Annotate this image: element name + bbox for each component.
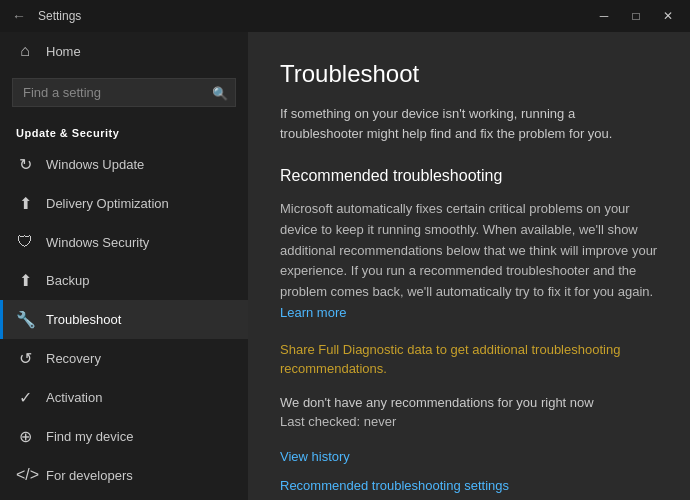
sidebar-item-home[interactable]: ⌂ Home <box>0 32 248 70</box>
windows-update-icon: ↻ <box>16 155 34 174</box>
sidebar-item-windows-security-label: Windows Security <box>46 235 149 250</box>
sidebar-item-windows-update-label: Windows Update <box>46 157 144 172</box>
recovery-icon: ↺ <box>16 349 34 368</box>
titlebar-title: Settings <box>38 9 81 23</box>
sidebar-item-activation-label: Activation <box>46 390 102 405</box>
delivery-optimization-icon: ⬆ <box>16 194 34 213</box>
search-box: 🔍 <box>12 78 236 107</box>
view-history-link[interactable]: View history <box>280 449 658 464</box>
recommended-settings-link[interactable]: Recommended troubleshooting settings <box>280 478 658 493</box>
sidebar-item-for-developers-label: For developers <box>46 468 133 483</box>
windows-security-icon: 🛡 <box>16 233 34 251</box>
sidebar-item-recovery[interactable]: ↺ Recovery <box>0 339 248 378</box>
sidebar-item-backup-label: Backup <box>46 273 89 288</box>
last-checked-text: Last checked: never <box>280 414 658 429</box>
backup-icon: ⬆ <box>16 271 34 290</box>
sidebar-item-for-developers[interactable]: </> For developers <box>0 456 248 494</box>
sidebar-item-recovery-label: Recovery <box>46 351 101 366</box>
window-controls: ─ □ ✕ <box>590 2 682 30</box>
back-button[interactable]: ← <box>8 4 30 28</box>
close-button[interactable]: ✕ <box>654 2 682 30</box>
sidebar-item-backup[interactable]: ⬆ Backup <box>0 261 248 300</box>
sidebar-category-label: Update & Security <box>0 119 248 145</box>
page-subtitle: If something on your device isn't workin… <box>280 104 658 143</box>
for-developers-icon: </> <box>16 466 34 484</box>
search-icon: 🔍 <box>212 85 228 100</box>
search-input[interactable] <box>12 78 236 107</box>
sidebar: ⌂ Home 🔍 Update & Security ↻ Windows Upd… <box>0 32 248 500</box>
sidebar-item-troubleshoot-label: Troubleshoot <box>46 312 121 327</box>
share-link-block: Share Full Diagnostic data to get additi… <box>280 340 658 379</box>
sidebar-item-windows-security[interactable]: 🛡 Windows Security <box>0 223 248 261</box>
maximize-button[interactable]: □ <box>622 2 650 30</box>
learn-more-link[interactable]: Learn more <box>280 305 346 320</box>
troubleshoot-icon: 🔧 <box>16 310 34 329</box>
content-area: Troubleshoot If something on your device… <box>248 32 690 500</box>
sidebar-item-home-label: Home <box>46 44 81 59</box>
no-recommendation-text: We don't have any recommendations for yo… <box>280 395 658 410</box>
sidebar-item-find-my-device-label: Find my device <box>46 429 133 444</box>
recommended-description: Microsoft automatically fixes certain cr… <box>280 199 658 324</box>
sidebar-item-delivery-optimization-label: Delivery Optimization <box>46 196 169 211</box>
sidebar-item-find-my-device[interactable]: ⊕ Find my device <box>0 417 248 456</box>
sidebar-item-windows-update[interactable]: ↻ Windows Update <box>0 145 248 184</box>
find-my-device-icon: ⊕ <box>16 427 34 446</box>
minimize-button[interactable]: ─ <box>590 2 618 30</box>
activation-icon: ✓ <box>16 388 34 407</box>
sidebar-item-troubleshoot[interactable]: 🔧 Troubleshoot <box>0 300 248 339</box>
sidebar-item-activation[interactable]: ✓ Activation <box>0 378 248 417</box>
page-title: Troubleshoot <box>280 60 658 88</box>
share-diagnostic-link[interactable]: Share Full Diagnostic data to get additi… <box>280 342 620 377</box>
titlebar: ← Settings ─ □ ✕ <box>0 0 690 32</box>
recommended-section-title: Recommended troubleshooting <box>280 167 658 185</box>
home-icon: ⌂ <box>16 42 34 60</box>
sidebar-item-delivery-optimization[interactable]: ⬆ Delivery Optimization <box>0 184 248 223</box>
